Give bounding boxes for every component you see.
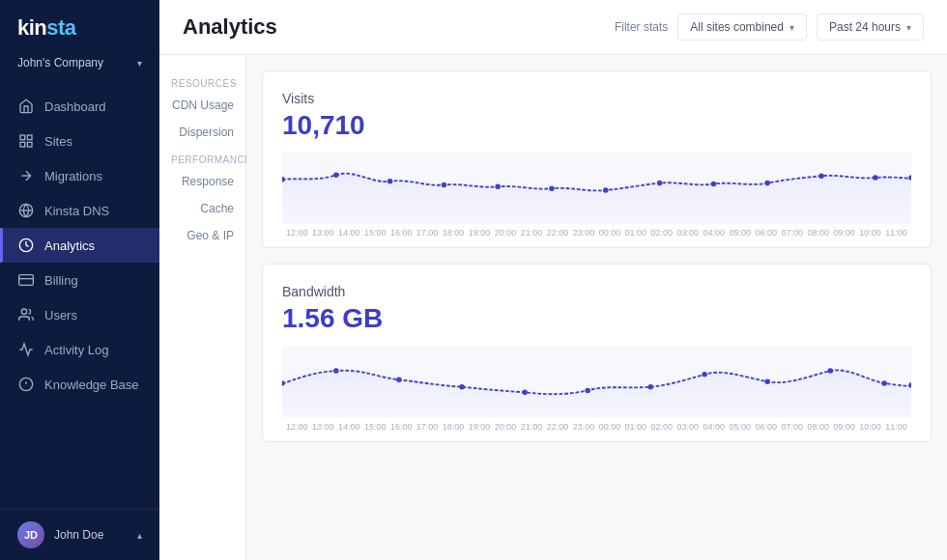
svg-point-30 [396, 378, 402, 383]
sub-nav-section-performance: Performance [159, 147, 245, 167]
user-info: JD John Doe [17, 521, 103, 548]
visits-chart-container: 12:00 13:00 14:00 15:00 16:00 17:00 18:0… [282, 153, 911, 238]
book-icon [17, 376, 35, 393]
sidebar-item-activity-log[interactable]: Activity Log [0, 332, 159, 367]
x-label: 23:00 [573, 228, 595, 238]
x-label: 20:00 [495, 228, 517, 238]
bandwidth-x-axis: 12:00 13:00 14:00 15:00 16:00 17:00 18:0… [282, 422, 911, 432]
sites-filter-dropdown[interactable]: All sites combined ▾ [677, 14, 807, 41]
x-label: 08:00 [807, 422, 829, 432]
grid-icon [17, 132, 35, 150]
svg-point-24 [818, 173, 824, 179]
header-controls: Filter stats All sites combined ▾ Past 2… [615, 14, 924, 41]
x-label: 00:00 [599, 228, 621, 238]
migrations-icon [17, 167, 35, 184]
globe-icon [17, 202, 35, 219]
x-label: 05:00 [729, 422, 751, 432]
sidebar-item-analytics[interactable]: Analytics [0, 228, 159, 263]
x-label: 04:00 [703, 422, 726, 432]
svg-point-15 [333, 172, 339, 178]
svg-rect-1 [27, 135, 32, 140]
sidebar-item-knowledge-base[interactable]: Knowledge Base [0, 367, 159, 402]
company-selector[interactable]: John's Company ▾ [0, 50, 159, 81]
bandwidth-chart-container: 12:00 13:00 14:00 15:00 16:00 17:00 18:0… [282, 346, 911, 431]
svg-point-21 [657, 181, 663, 186]
company-name: John's Company [17, 56, 103, 70]
visits-label: Visits [282, 91, 911, 106]
chevron-up-icon: ▴ [137, 530, 142, 541]
x-label: 17:00 [416, 228, 439, 238]
x-label: 13:00 [312, 228, 334, 238]
sidebar-item-billing[interactable]: Billing [0, 263, 159, 297]
x-label: 16:00 [390, 422, 413, 432]
sub-nav: Resources CDN Usage Dispersion Performan… [159, 55, 246, 560]
sidebar-item-kinsta-dns[interactable]: Kinsta DNS [0, 193, 159, 228]
sidebar-item-dashboard[interactable]: Dashboard [0, 89, 159, 124]
x-label: 01:00 [625, 422, 647, 432]
svg-point-34 [648, 384, 654, 390]
svg-point-18 [495, 184, 501, 190]
sub-nav-cache[interactable]: Cache [159, 196, 245, 221]
svg-rect-3 [20, 142, 25, 147]
sidebar-item-users[interactable]: Users [0, 297, 159, 332]
user-profile[interactable]: JD John Doe ▴ [0, 509, 159, 560]
sites-filter-value: All sites combined [690, 20, 784, 34]
sidebar-item-label: Billing [44, 273, 78, 288]
activity-icon [17, 341, 35, 358]
sub-nav-cdn-usage[interactable]: CDN Usage [159, 93, 245, 118]
sidebar-item-migrations[interactable]: Migrations [0, 158, 159, 193]
x-label: 06:00 [755, 422, 777, 432]
x-label: 14:00 [338, 228, 360, 238]
main-content: Analytics Filter stats All sites combine… [159, 0, 947, 560]
sidebar-item-label: Activity Log [44, 343, 108, 357]
x-label: 17:00 [416, 422, 439, 432]
sidebar-item-sites[interactable]: Sites [0, 124, 159, 158]
visits-value: 10,710 [282, 110, 911, 141]
x-label: 02:00 [651, 422, 674, 432]
analytics-icon [17, 237, 35, 254]
top-header: Analytics Filter stats All sites combine… [159, 0, 947, 55]
svg-point-23 [764, 181, 770, 186]
logo-area: kinsta [0, 0, 159, 50]
x-label: 12:00 [286, 422, 308, 432]
billing-icon [17, 271, 35, 289]
bandwidth-chart-card: Bandwidth 1.56 GB [262, 264, 932, 441]
sub-nav-dispersion[interactable]: Dispersion [159, 120, 245, 145]
time-filter-dropdown[interactable]: Past 24 hours ▾ [817, 14, 924, 41]
x-label: 22:00 [547, 228, 569, 238]
sub-nav-response[interactable]: Response [159, 169, 245, 194]
page-title: Analytics [183, 14, 277, 40]
bandwidth-value: 1.56 GB [282, 303, 911, 334]
x-label: 02:00 [651, 228, 674, 238]
chevron-down-icon: ▾ [137, 58, 142, 69]
x-label: 15:00 [364, 422, 387, 432]
x-label: 06:00 [755, 228, 777, 238]
x-label: 14:00 [338, 422, 360, 432]
x-label: 13:00 [312, 422, 334, 432]
x-label: 09:00 [833, 422, 855, 432]
user-name: John Doe [54, 528, 103, 542]
x-label: 22:00 [547, 422, 569, 432]
x-label: 18:00 [443, 422, 465, 432]
sidebar-nav: Dashboard Sites Migrations Kinsta DNS [0, 81, 159, 509]
svg-point-16 [387, 179, 393, 184]
x-label: 03:00 [677, 228, 700, 238]
sidebar: kinsta John's Company ▾ Dashboard Sites … [0, 0, 159, 560]
sidebar-item-label: Kinsta DNS [44, 204, 109, 218]
x-label: 20:00 [495, 422, 517, 432]
x-label: 03:00 [677, 422, 700, 432]
sub-nav-geo-ip[interactable]: Geo & IP [159, 223, 245, 248]
svg-point-32 [522, 390, 528, 396]
svg-point-9 [21, 309, 26, 314]
visits-chart-svg [282, 153, 911, 224]
avatar: JD [17, 521, 44, 548]
x-label: 15:00 [364, 228, 387, 238]
svg-point-31 [459, 384, 465, 390]
filter-label: Filter stats [615, 20, 668, 34]
x-label: 18:00 [443, 228, 465, 238]
bandwidth-label: Bandwidth [282, 284, 911, 299]
x-label: 19:00 [469, 228, 491, 238]
x-label: 23:00 [573, 422, 595, 432]
sidebar-item-label: Knowledge Base [44, 378, 139, 392]
x-label: 09:00 [833, 228, 855, 238]
